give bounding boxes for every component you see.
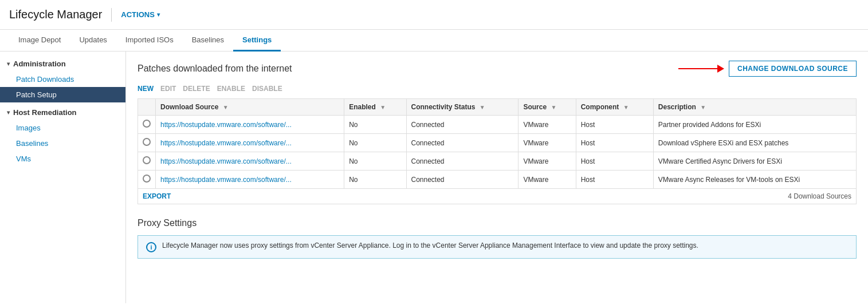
filter-icon-description[interactable]: ▼ <box>700 104 706 110</box>
table-row: https://hostupdate.vmware.com/software/.… <box>138 116 857 134</box>
col-enabled: Enabled ▼ <box>344 99 406 116</box>
sidebar-section-host-remediation[interactable]: ▾ Host Remediation <box>0 105 125 120</box>
cell-source-2: VMware <box>519 152 576 171</box>
url-link-1[interactable]: https://hostupdate.vmware.com/software/.… <box>160 139 292 147</box>
collapse-arrow-icon-2: ▾ <box>7 109 10 116</box>
cell-connectivity-3: Connected <box>406 171 519 189</box>
cell-connectivity-1: Connected <box>406 134 519 152</box>
cell-description-0: Partner provided Addons for ESXi <box>653 116 856 134</box>
col-description: Description ▼ <box>653 99 856 116</box>
tab-baselines[interactable]: Baselines <box>183 30 233 52</box>
actions-label: ACTIONS <box>121 10 155 19</box>
arrow-container: CHANGE DOWNLOAD SOURCE <box>678 61 857 77</box>
proxy-section: Proxy Settings i Lifecycle Manager now u… <box>138 218 857 259</box>
sidebar: ▾ Administration Patch Downloads Patch S… <box>0 52 126 303</box>
sidebar-item-baselines[interactable]: Baselines <box>0 136 125 151</box>
radio-button-1[interactable] <box>143 138 151 146</box>
filter-icon-enabled[interactable]: ▼ <box>380 104 386 110</box>
cell-url-1: https://hostupdate.vmware.com/software/.… <box>156 134 344 152</box>
sidebar-item-images[interactable]: Images <box>0 120 125 136</box>
row-count: 4 Download Sources <box>788 192 851 200</box>
cell-enabled-2: No <box>344 152 406 171</box>
header: Lifecycle Manager ACTIONS ▾ <box>0 0 868 30</box>
cell-enabled-1: No <box>344 134 406 152</box>
row-radio-0[interactable] <box>138 116 156 134</box>
proxy-info-text: Lifecycle Manager now uses proxy setting… <box>162 241 698 249</box>
enable-button[interactable]: ENABLE <box>217 84 245 94</box>
delete-button[interactable]: DELETE <box>183 84 210 94</box>
cell-description-3: VMware Async Releases for VM-tools on ES… <box>653 171 856 189</box>
radio-button-0[interactable] <box>143 120 151 128</box>
change-download-button[interactable]: CHANGE DOWNLOAD SOURCE <box>729 61 857 77</box>
cell-component-1: Host <box>576 134 653 152</box>
sidebar-section-administration[interactable]: ▾ Administration <box>0 56 125 72</box>
col-connectivity: Connectivity Status ▼ <box>406 99 519 116</box>
table-header-row: Download Source ▼ Enabled ▼ Connectivity… <box>138 99 857 116</box>
col-download-source: Download Source ▼ <box>156 99 344 116</box>
cell-description-2: VMware Certified Async Drivers for ESXi <box>653 152 856 171</box>
download-sources-table: Download Source ▼ Enabled ▼ Connectivity… <box>138 98 857 189</box>
radio-button-3[interactable] <box>143 175 151 183</box>
sidebar-section-label-2: Host Remediation <box>13 108 77 117</box>
nav-tabs: Image Depot Updates Imported ISOs Baseli… <box>0 30 868 52</box>
info-icon: i <box>146 242 156 252</box>
new-button[interactable]: NEW <box>138 84 154 94</box>
tab-image-depot[interactable]: Image Depot <box>9 30 70 52</box>
cell-source-1: VMware <box>519 134 576 152</box>
radio-button-2[interactable] <box>143 156 151 164</box>
main-layout: ▾ Administration Patch Downloads Patch S… <box>0 52 868 303</box>
cell-component-0: Host <box>576 116 653 134</box>
filter-icon-connectivity[interactable]: ▼ <box>480 104 485 110</box>
cell-description-1: Download vSphere ESXi and ESX patches <box>653 134 856 152</box>
tab-settings[interactable]: Settings <box>233 30 281 52</box>
tab-updates[interactable]: Updates <box>70 30 116 52</box>
section-header-row: Patches downloaded from the internet CHA… <box>138 61 857 77</box>
url-link-0[interactable]: https://hostupdate.vmware.com/software/.… <box>160 121 292 129</box>
col-source: Source ▼ <box>519 99 576 116</box>
row-radio-2[interactable] <box>138 152 156 171</box>
actions-button[interactable]: ACTIONS ▾ <box>121 10 160 19</box>
filter-icon[interactable]: ▼ <box>223 104 229 110</box>
tab-imported-isos[interactable]: Imported ISOs <box>116 30 183 52</box>
table-row: https://hostupdate.vmware.com/software/.… <box>138 134 857 152</box>
table-footer: EXPORT 4 Download Sources <box>138 189 857 204</box>
proxy-info-box: i Lifecycle Manager now uses proxy setti… <box>138 235 857 259</box>
filter-icon-source[interactable]: ▼ <box>551 104 556 110</box>
col-component: Component ▼ <box>576 99 653 116</box>
col-select <box>138 99 156 116</box>
collapse-arrow-icon: ▾ <box>7 61 10 67</box>
cell-url-0: https://hostupdate.vmware.com/software/.… <box>156 116 344 134</box>
header-divider <box>111 8 112 22</box>
sidebar-item-patch-setup[interactable]: Patch Setup <box>0 87 125 102</box>
app-title: Lifecycle Manager <box>9 8 102 21</box>
red-arrow-icon <box>678 65 724 73</box>
sidebar-section-label: Administration <box>13 60 66 68</box>
filter-icon-component[interactable]: ▼ <box>623 104 629 110</box>
sidebar-item-vms[interactable]: VMs <box>0 151 125 167</box>
proxy-title: Proxy Settings <box>138 218 857 228</box>
cell-source-0: VMware <box>519 116 576 134</box>
cell-source-3: VMware <box>519 171 576 189</box>
sidebar-item-patch-downloads[interactable]: Patch Downloads <box>0 72 125 87</box>
cell-connectivity-2: Connected <box>406 152 519 171</box>
cell-component-3: Host <box>576 171 653 189</box>
row-radio-3[interactable] <box>138 171 156 189</box>
export-button[interactable]: EXPORT <box>143 192 171 200</box>
cell-enabled-0: No <box>344 116 406 134</box>
toolbar: NEW EDIT DELETE ENABLE DISABLE <box>138 84 857 94</box>
cell-url-2: https://hostupdate.vmware.com/software/.… <box>156 152 344 171</box>
edit-button[interactable]: EDIT <box>160 84 176 94</box>
cell-enabled-3: No <box>344 171 406 189</box>
table-row: https://hostupdate.vmware.com/software/.… <box>138 171 857 189</box>
disable-button[interactable]: DISABLE <box>252 84 282 94</box>
url-link-3[interactable]: https://hostupdate.vmware.com/software/.… <box>160 176 292 184</box>
section-title: Patches downloaded from the internet <box>138 64 292 74</box>
cell-connectivity-0: Connected <box>406 116 519 134</box>
main-content: Patches downloaded from the internet CHA… <box>126 52 868 303</box>
table-body: https://hostupdate.vmware.com/software/.… <box>138 116 857 189</box>
row-radio-1[interactable] <box>138 134 156 152</box>
cell-url-3: https://hostupdate.vmware.com/software/.… <box>156 171 344 189</box>
table-row: https://hostupdate.vmware.com/software/.… <box>138 152 857 171</box>
chevron-down-icon: ▾ <box>157 11 160 18</box>
url-link-2[interactable]: https://hostupdate.vmware.com/software/.… <box>160 157 292 165</box>
